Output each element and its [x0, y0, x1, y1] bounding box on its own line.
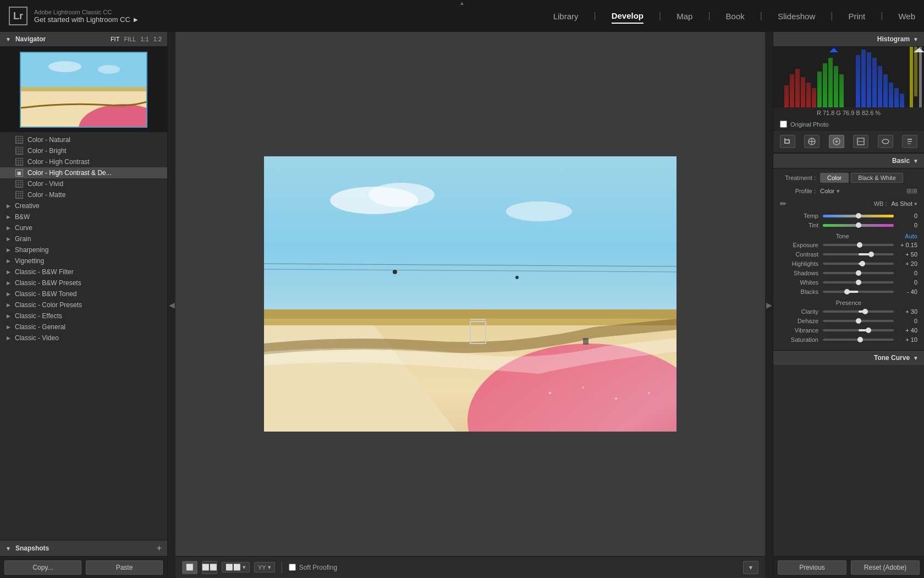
zoom-1-1[interactable]: 1:1 [140, 36, 148, 42]
navigator-header[interactable]: ▼ Navigator FIT FILL 1:1 1:2 [0, 32, 167, 47]
whites-slider-track[interactable] [823, 281, 894, 283]
zoom-fill[interactable]: FILL [124, 36, 136, 42]
navigator-toggle-icon[interactable]: ▼ [6, 36, 11, 42]
histogram-toggle-icon[interactable]: ▼ [913, 36, 919, 42]
preset-group-vignetting[interactable]: ▶ Vignetting [0, 255, 167, 266]
preset-group-classic-color-presets[interactable]: ▶ Classic - Color Presets [0, 299, 167, 310]
preset-group-sharpening[interactable]: ▶ Sharpening [0, 244, 167, 255]
basic-panel-toggle-icon[interactable]: ▼ [913, 158, 919, 164]
view-compare-button[interactable]: ⬜⬜ [202, 561, 217, 574]
vibrance-slider-track[interactable] [823, 329, 894, 331]
temp-slider-track[interactable] [823, 215, 894, 217]
target-adjust-button[interactable] [829, 135, 844, 148]
view-mode-dropdown[interactable]: ⬜⬜ ▾ [222, 562, 250, 572]
preset-group-classic-bw-toned[interactable]: ▶ Classic - B&W Toned [0, 288, 167, 299]
bw-treatment-button[interactable]: Black & White [851, 173, 903, 183]
left-panel-collapse[interactable]: ◀ [168, 32, 175, 578]
nav-slideshow[interactable]: Slideshow [778, 9, 815, 23]
gradient-filter-button[interactable] [853, 135, 868, 148]
preset-item[interactable]: Color - Natural [0, 134, 167, 145]
tone-curve-panel-header[interactable]: Tone Curve ▼ [773, 350, 924, 365]
preset-item[interactable]: Color - High Contrast [0, 156, 167, 167]
nav-map[interactable]: Map [676, 9, 692, 23]
profile-value[interactable]: Color ▾ ⊞⊞ [820, 187, 917, 195]
preset-group-bw[interactable]: ▶ B&W [0, 211, 167, 222]
profile-grid-icon[interactable]: ⊞⊞ [906, 187, 917, 195]
original-photo-checkbox[interactable] [780, 121, 787, 128]
preset-group-classic-general[interactable]: ▶ Classic - General [0, 321, 167, 332]
soft-proofing-toggle[interactable]: Soft Proofing [289, 564, 337, 571]
temp-slider-thumb[interactable] [856, 213, 861, 219]
exposure-slider-track[interactable] [823, 244, 894, 246]
contrast-slider-track[interactable] [823, 253, 894, 255]
preset-item[interactable]: Color - Matte [0, 189, 167, 200]
original-photo-toggle[interactable]: Original Photo [773, 118, 924, 130]
preset-item[interactable]: Color - Vivid [0, 178, 167, 189]
shadows-slider-track[interactable] [823, 272, 894, 274]
snapshots-add-button[interactable]: + [157, 544, 162, 553]
clarity-slider-track[interactable] [823, 310, 894, 313]
zoom-fit[interactable]: FIT [111, 36, 120, 42]
snapshots-header[interactable]: ▼ Snapshots + [0, 541, 167, 556]
saturation-slider-track[interactable] [823, 339, 894, 341]
nav-library[interactable]: Library [553, 9, 579, 23]
preset-group-classic-video[interactable]: ▶ Classic - Video [0, 332, 167, 343]
image-canvas[interactable] [175, 32, 765, 556]
adjustment-brush-button[interactable] [902, 135, 917, 148]
zoom-1-2[interactable]: 1:2 [153, 36, 162, 42]
preset-group-creative[interactable]: ▶ Creative [0, 200, 167, 211]
reset-button[interactable]: Reset (Adobe) [851, 560, 920, 575]
preset-group-classic-bw-filter[interactable]: ▶ Classic - B&W Filter [0, 266, 167, 277]
clarity-slider-thumb[interactable] [862, 309, 868, 314]
right-panel-collapse[interactable]: ▶ [765, 32, 773, 578]
previous-button[interactable]: Previous [778, 560, 846, 575]
tone-auto-button[interactable]: Auto [905, 233, 917, 239]
saturation-slider-thumb[interactable] [857, 337, 863, 342]
whites-slider-thumb[interactable] [856, 280, 861, 285]
nav-web[interactable]: Web [898, 9, 915, 23]
svg-point-20 [393, 270, 397, 274]
profile-dropdown-icon[interactable]: ▾ [837, 188, 840, 195]
contrast-slider-thumb[interactable] [868, 252, 874, 257]
dehaze-slider-thumb[interactable] [856, 318, 861, 324]
wb-dropdown-icon[interactable]: ▾ [914, 200, 917, 208]
tone-curve-toggle-icon[interactable]: ▼ [913, 355, 919, 361]
highlights-slider-track[interactable] [823, 263, 894, 265]
nav-book[interactable]: Book [726, 9, 745, 23]
profile-label: Profile : [780, 188, 816, 194]
preset-item-selected[interactable]: ▦ Color - High Contrast & De... [0, 167, 167, 178]
preset-group-grain[interactable]: ▶ Grain [0, 233, 167, 244]
toolbar-down-arrow[interactable]: ▼ [743, 561, 758, 574]
histogram-header[interactable]: Histogram ▼ [773, 32, 924, 47]
blacks-slider-track[interactable] [823, 291, 894, 293]
sort-dropdown[interactable]: YY ▾ [254, 562, 275, 572]
highlights-slider-thumb[interactable] [860, 261, 865, 266]
heal-tool-button[interactable] [804, 135, 820, 148]
copy-button[interactable]: Copy... [4, 560, 81, 575]
preset-group-classic-bw-presets[interactable]: ▶ Classic - B&W Presets [0, 277, 167, 288]
eyedropper-icon[interactable]: ✏ [780, 199, 787, 208]
color-treatment-button[interactable]: Color [820, 173, 849, 183]
shadows-slider-thumb[interactable] [856, 270, 861, 276]
vibrance-slider-thumb[interactable] [866, 328, 871, 333]
view-loupe-button[interactable]: ⬜ [182, 561, 197, 574]
preset-group-curve[interactable]: ▶ Curve [0, 222, 167, 233]
radial-filter-button[interactable] [878, 135, 893, 148]
navigator-thumbnail[interactable] [20, 52, 147, 128]
preset-item[interactable]: Color - Bright [0, 145, 167, 156]
subtitle-arrow[interactable]: ▶ [134, 17, 138, 23]
tint-slider-thumb[interactable] [856, 222, 861, 228]
preset-group-classic-effects[interactable]: ▶ Classic - Effects [0, 310, 167, 321]
snapshots-toggle-icon[interactable]: ▼ [6, 546, 11, 552]
panel-collapse-top[interactable]: ▲ [457, 0, 468, 6]
nav-develop[interactable]: Develop [612, 9, 644, 24]
tint-slider-track[interactable] [823, 224, 894, 227]
paste-button[interactable]: Paste [86, 560, 163, 575]
soft-proofing-checkbox[interactable] [289, 564, 296, 571]
nav-print[interactable]: Print [848, 9, 865, 23]
dehaze-slider-track[interactable] [823, 320, 894, 322]
crop-tool-button[interactable] [780, 135, 795, 148]
basic-panel-header[interactable]: Basic ▼ [773, 153, 924, 168]
exposure-slider-thumb[interactable] [857, 242, 862, 248]
blacks-slider-thumb[interactable] [844, 289, 850, 295]
